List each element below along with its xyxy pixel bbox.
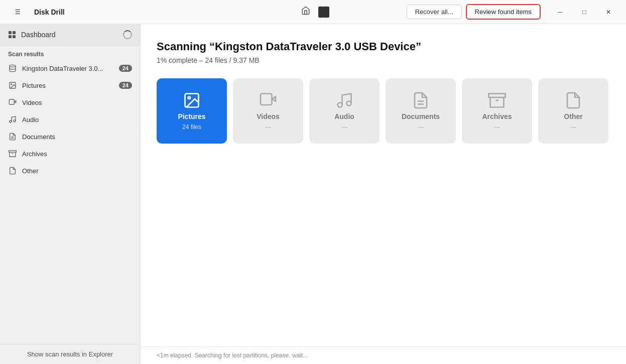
pictures-card-label: Pictures bbox=[178, 112, 205, 120]
titlebar: ☰ Disk Drill Recover all... Review found… bbox=[0, 0, 626, 24]
documents-card-icon bbox=[412, 91, 430, 109]
loading-spinner bbox=[123, 30, 132, 39]
dashboard-label: Dashboard bbox=[21, 31, 118, 39]
sidebar-item-documents-label: Documents bbox=[22, 133, 132, 141]
svg-point-10 bbox=[14, 120, 16, 122]
dashboard-item[interactable]: Dashboard bbox=[0, 24, 140, 46]
scan-subtitle: 1% complete – 24 files / 9.37 MB bbox=[157, 56, 610, 64]
sidebar-item-other-label: Other bbox=[22, 167, 132, 175]
category-card-videos[interactable]: Videos — bbox=[233, 78, 303, 144]
video-icon bbox=[8, 98, 17, 106]
svg-point-9 bbox=[10, 120, 12, 123]
maximize-button[interactable]: □ bbox=[573, 4, 596, 20]
scan-results-label: Scan results bbox=[0, 46, 140, 60]
drive-icon bbox=[8, 64, 17, 72]
home-button[interactable] bbox=[297, 4, 314, 20]
category-card-archives[interactable]: Archives — bbox=[462, 78, 532, 144]
sidebar-item-videos[interactable]: Videos bbox=[0, 94, 140, 111]
category-card-pictures[interactable]: Pictures 24 files bbox=[157, 78, 227, 144]
sidebar-item-other[interactable]: Other bbox=[0, 162, 140, 179]
documents-card-label: Documents bbox=[402, 112, 440, 120]
documents-icon bbox=[8, 133, 17, 141]
sidebar-item-device-badge: 24 bbox=[119, 65, 132, 72]
sidebar-item-archives-label: Archives bbox=[22, 150, 132, 158]
recover-all-button[interactable]: Recover all... bbox=[407, 5, 462, 19]
svg-rect-1 bbox=[13, 31, 16, 34]
sidebar-item-audio[interactable]: Audio bbox=[0, 111, 140, 128]
svg-rect-7 bbox=[9, 99, 14, 104]
menu-button[interactable]: ☰ bbox=[6, 4, 29, 20]
archives-card-icon bbox=[488, 91, 506, 109]
sidebar-item-documents[interactable]: Documents bbox=[0, 128, 140, 145]
scan-title: Scanning “Kingston DataTraveler 3.0 USB … bbox=[157, 40, 610, 53]
close-button[interactable]: ✕ bbox=[597, 4, 620, 20]
titlebar-right: Recover all... Review found items ─ □ ✕ bbox=[407, 4, 620, 20]
stop-button[interactable] bbox=[318, 7, 329, 18]
svg-point-4 bbox=[10, 65, 16, 67]
sidebar-item-archives[interactable]: Archives bbox=[0, 145, 140, 162]
content-main: Scanning “Kingston DataTraveler 3.0 USB … bbox=[141, 24, 626, 346]
other-card-icon bbox=[564, 91, 582, 109]
sidebar-item-pictures-label: Pictures bbox=[22, 82, 114, 89]
main-layout: Dashboard Scan results Kingston DataTrav… bbox=[0, 24, 626, 364]
status-bar: <1m elapsed. Searching for lost partitio… bbox=[141, 346, 626, 364]
pictures-card-count: 24 files bbox=[182, 124, 201, 131]
svg-rect-23 bbox=[489, 94, 506, 98]
svg-rect-0 bbox=[9, 31, 12, 34]
audio-icon bbox=[8, 115, 17, 124]
svg-rect-17 bbox=[261, 94, 272, 105]
category-card-other[interactable]: Other — bbox=[538, 78, 608, 144]
sidebar-item-audio-label: Audio bbox=[22, 116, 132, 124]
sidebar-item-videos-label: Videos bbox=[22, 99, 132, 106]
app-title: Disk Drill bbox=[34, 8, 65, 16]
svg-rect-13 bbox=[9, 151, 17, 152]
sidebar: Dashboard Scan results Kingston DataTrav… bbox=[0, 24, 141, 364]
window-controls: ─ □ ✕ bbox=[549, 4, 620, 20]
pictures-icon bbox=[8, 81, 17, 89]
videos-card-count: — bbox=[265, 124, 271, 131]
svg-point-20 bbox=[347, 101, 351, 106]
category-card-audio[interactable]: Audio — bbox=[309, 78, 380, 144]
svg-rect-3 bbox=[13, 35, 16, 38]
titlebar-center bbox=[297, 4, 329, 20]
category-card-documents[interactable]: Documents — bbox=[386, 78, 456, 144]
sidebar-item-device[interactable]: Kingston DataTraveler 3.0... 24 bbox=[0, 60, 140, 77]
archives-card-label: Archives bbox=[482, 112, 512, 120]
svg-point-19 bbox=[338, 103, 342, 107]
sidebar-spacer bbox=[0, 179, 140, 344]
svg-rect-2 bbox=[9, 35, 12, 38]
titlebar-left: ☰ Disk Drill bbox=[6, 4, 407, 20]
category-grid: Pictures 24 files Videos — bbox=[157, 78, 610, 144]
minimize-button[interactable]: ─ bbox=[549, 4, 572, 20]
archives-icon bbox=[8, 150, 17, 158]
other-icon bbox=[8, 167, 17, 175]
videos-card-label: Videos bbox=[257, 112, 280, 120]
archives-card-count: — bbox=[494, 124, 500, 131]
videos-card-icon bbox=[259, 91, 277, 109]
home-icon bbox=[301, 6, 310, 15]
sidebar-item-pictures[interactable]: Pictures 24 bbox=[0, 77, 140, 94]
other-card-label: Other bbox=[564, 112, 582, 120]
other-card-count: — bbox=[570, 124, 576, 131]
documents-card-count: — bbox=[418, 124, 424, 131]
audio-card-label: Audio bbox=[334, 112, 354, 120]
show-scan-results-button[interactable]: Show scan results in Explorer bbox=[0, 344, 140, 364]
sidebar-item-device-label: Kingston DataTraveler 3.0... bbox=[22, 65, 114, 72]
content-area: Scanning “Kingston DataTraveler 3.0 USB … bbox=[141, 24, 626, 364]
audio-card-icon bbox=[335, 91, 353, 109]
grid-icon bbox=[8, 31, 16, 39]
pictures-card-icon bbox=[183, 91, 201, 109]
review-found-items-button[interactable]: Review found items bbox=[466, 4, 541, 20]
sidebar-item-pictures-badge: 24 bbox=[119, 82, 132, 89]
audio-card-count: — bbox=[341, 124, 347, 131]
svg-point-16 bbox=[188, 97, 191, 99]
svg-point-6 bbox=[11, 84, 12, 85]
